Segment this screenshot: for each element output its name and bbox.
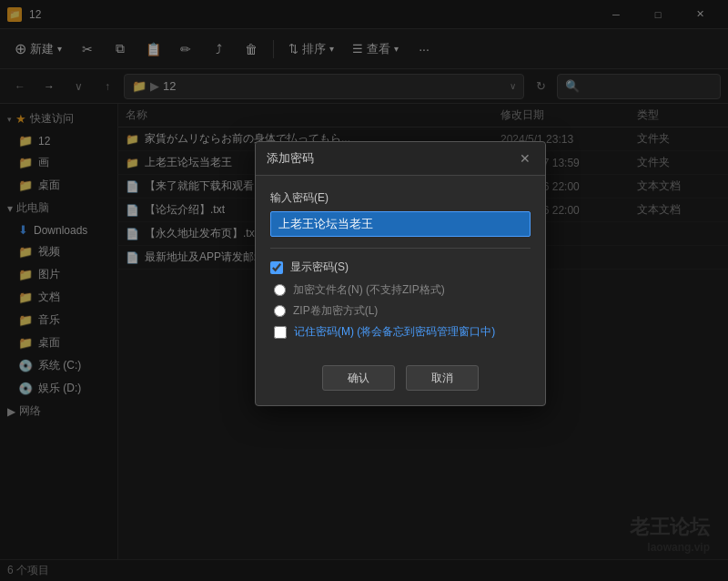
remember-password-link[interactable]: 记住密码(M) (将会备忘到密码管理窗口中) [294,324,495,340]
modal-close-button[interactable]: ✕ [516,149,534,168]
modal-footer: 确认 取消 [256,358,545,405]
show-password-row: 显示密码(S) [270,260,531,275]
encrypt-filename-label: 加密文件名(N) (不支持ZIP格式) [293,282,445,298]
encrypt-filename-row: 加密文件名(N) (不支持ZIP格式) [270,282,531,298]
modal-body: 输入密码(E) 显示密码(S) 加密文件名(N) (不支持ZIP格式) ZIP卷… [256,176,545,358]
modal-title: 添加密码 [267,150,314,167]
cancel-button[interactable]: 取消 [406,365,479,391]
zip-encrypt-label: ZIP卷加密方式(L) [293,303,378,319]
remember-password-row: 记住密码(M) (将会备忘到密码管理窗口中) [270,324,531,340]
encrypt-filename-radio[interactable] [274,284,286,296]
divider [270,248,531,249]
input-label: 输入密码(E) [270,190,531,206]
remember-password-checkbox[interactable] [274,326,287,339]
add-password-modal: 添加密码 ✕ 输入密码(E) 显示密码(S) 加密文件名(N) (不支持ZIP格… [255,141,546,406]
modal-overlay: 添加密码 ✕ 输入密码(E) 显示密码(S) 加密文件名(N) (不支持ZIP格… [0,0,728,581]
zip-encrypt-row: ZIP卷加密方式(L) [270,303,531,319]
modal-titlebar: 添加密码 ✕ [256,142,545,176]
show-password-checkbox[interactable] [270,261,283,274]
confirm-button[interactable]: 确认 [322,365,395,391]
password-input[interactable] [270,211,531,237]
show-password-label: 显示密码(S) [290,260,349,275]
zip-encrypt-radio[interactable] [274,305,286,317]
